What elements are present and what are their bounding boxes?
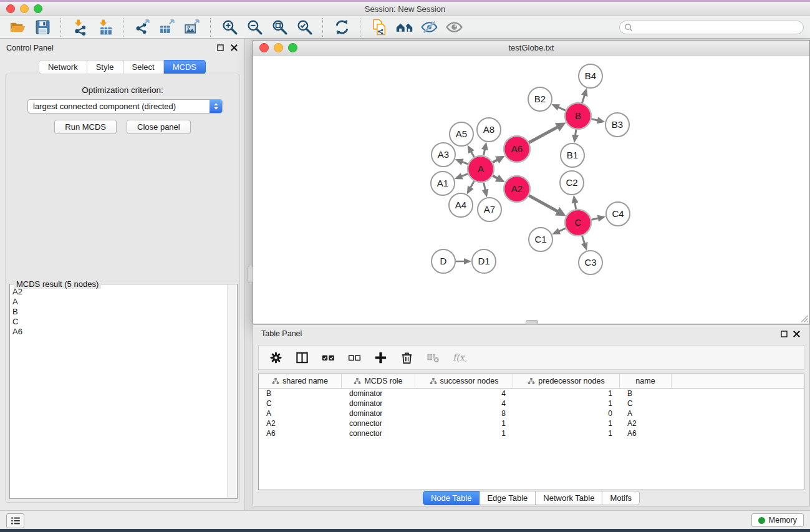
network-canvas[interactable]: AA6A2BCA1A3A4A5A7A8B1B2B3B4C1C2C3C4DD1 xyxy=(253,56,809,324)
search-icon xyxy=(624,23,633,32)
export-table-button[interactable] xyxy=(155,17,180,37)
tab-select[interactable]: Select xyxy=(123,60,164,74)
criterion-dropdown[interactable]: largest connected component (directed) xyxy=(27,99,223,114)
cell-name: B xyxy=(620,389,672,398)
select-all-button[interactable] xyxy=(316,347,340,367)
open-file-button[interactable] xyxy=(5,17,30,37)
tab-network[interactable]: Network xyxy=(39,60,87,74)
cell-predecessor-nodes: 0 xyxy=(513,409,620,418)
cell-successor-nodes: 1 xyxy=(415,419,513,428)
float-panel-icon[interactable] xyxy=(216,43,224,52)
export-network-button[interactable] xyxy=(130,17,155,37)
resize-grip-icon[interactable] xyxy=(800,314,809,323)
mcds-result-item[interactable]: A6 xyxy=(12,327,227,337)
mcds-result-item[interactable]: C xyxy=(12,317,227,327)
memory-button[interactable]: Memory xyxy=(751,513,804,527)
import-network-button[interactable] xyxy=(67,17,92,37)
import-table-button[interactable] xyxy=(92,17,117,37)
node-label-A: A xyxy=(478,163,484,174)
tab-network-table[interactable]: Network Table xyxy=(536,491,602,505)
control-panel-title: Control Panel xyxy=(6,44,54,52)
hide-panel-button[interactable] xyxy=(417,17,441,37)
svg-text:f(x): f(x) xyxy=(452,352,466,362)
zoom-out-icon xyxy=(246,19,263,36)
node-label-B3: B3 xyxy=(612,119,623,130)
search-box[interactable] xyxy=(619,21,804,34)
column-header-name[interactable]: name xyxy=(620,374,672,388)
import-network-icon xyxy=(72,19,89,36)
edge-A6-B[interactable] xyxy=(528,127,559,143)
mcds-result-item[interactable]: B xyxy=(12,307,227,317)
delete-table-button[interactable] xyxy=(421,347,445,367)
hierarchy-icon xyxy=(272,377,279,385)
tab-edge-table[interactable]: Edge Table xyxy=(480,491,536,505)
column-header-empty xyxy=(672,374,804,388)
mcds-result-item[interactable]: A2 xyxy=(12,287,227,297)
task-history-button[interactable] xyxy=(6,513,24,528)
optimization-criterion-label: Optimization criterion: xyxy=(6,85,239,95)
main-toolbar xyxy=(0,16,810,39)
save-session-icon xyxy=(34,19,51,36)
mcds-result-item[interactable]: A xyxy=(12,297,227,307)
tab-style[interactable]: Style xyxy=(87,60,123,74)
add-column-button[interactable] xyxy=(369,347,392,367)
arrowhead-icon xyxy=(481,142,488,151)
table-settings-button[interactable] xyxy=(264,347,287,367)
table-row[interactable]: A6connector11A6 xyxy=(259,428,804,438)
vertical-splitter-handle[interactable] xyxy=(248,266,253,283)
column-visibility-button[interactable] xyxy=(290,347,314,367)
search-input[interactable] xyxy=(635,21,803,34)
save-session-button[interactable] xyxy=(30,17,55,37)
table-row[interactable]: Adominator80A xyxy=(259,409,804,418)
network-window-title: testGlobe.txt xyxy=(253,43,809,52)
node-label-B: B xyxy=(575,110,581,121)
table-float-panel-icon[interactable] xyxy=(779,329,788,338)
node-label-C: C xyxy=(575,217,582,228)
apply-preferred-layout-button[interactable] xyxy=(329,17,354,37)
arrowhead-icon xyxy=(597,215,606,222)
export-image-button[interactable] xyxy=(180,17,205,37)
control-panel-tabs: NetworkStyleSelectMCDS xyxy=(0,60,244,74)
table-row[interactable]: Cdominator41C xyxy=(259,399,804,409)
cell-MCDS-role: connector xyxy=(342,429,415,438)
close-panel-button[interactable]: Close panel xyxy=(127,120,191,134)
mcds-result-box: MCDS result (5 nodes) A2ABCA6 xyxy=(9,284,238,499)
cell-shared-name: A xyxy=(259,409,342,418)
result-scrollbar[interactable] xyxy=(227,285,236,498)
deselect-all-button[interactable] xyxy=(342,347,366,367)
table-toolbar: f(x) xyxy=(258,345,804,370)
edge-A2-C[interactable] xyxy=(528,195,559,211)
close-panel-icon[interactable] xyxy=(229,43,238,52)
column-header-shared-name[interactable]: shared name xyxy=(259,374,342,388)
zoom-fit-button[interactable] xyxy=(267,17,292,37)
node-label-A1: A1 xyxy=(437,178,448,188)
show-panel-button[interactable] xyxy=(441,17,466,37)
delete-column-button[interactable] xyxy=(395,347,418,367)
column-header-MCDS-role[interactable]: MCDS role xyxy=(342,374,415,388)
cell-successor-nodes: 8 xyxy=(415,409,513,418)
mcds-result-list[interactable]: A2ABCA6 xyxy=(11,287,227,497)
column-label: successor nodes xyxy=(440,377,499,385)
apply-function-button[interactable]: f(x) xyxy=(447,347,471,367)
network-window-titlebar[interactable]: testGlobe.txt xyxy=(253,41,809,56)
run-mcds-button[interactable]: Run MCDS xyxy=(54,120,117,134)
open-network-file-button[interactable] xyxy=(367,17,392,37)
column-header-predecessor-nodes[interactable]: predecessor nodes xyxy=(513,374,620,388)
zoom-selected-button[interactable] xyxy=(292,17,317,37)
table-close-panel-icon[interactable] xyxy=(792,329,801,338)
zoom-in-button[interactable] xyxy=(217,17,242,37)
tab-motifs[interactable]: Motifs xyxy=(602,491,640,505)
zoom-out-button[interactable] xyxy=(242,17,267,37)
table-row[interactable]: A2connector11A2 xyxy=(259,418,804,428)
tab-node-table[interactable]: Node Table xyxy=(423,491,480,505)
cyndex-home-button[interactable] xyxy=(392,17,417,37)
zoom-selected-icon xyxy=(296,19,313,36)
node-label-B4: B4 xyxy=(585,70,596,81)
table-row[interactable]: Bdominator41B xyxy=(259,389,804,399)
column-header-successor-nodes[interactable]: successor nodes xyxy=(415,374,513,388)
show-panel-icon xyxy=(446,19,463,36)
cell-predecessor-nodes: 1 xyxy=(513,419,620,428)
node-label-D1: D1 xyxy=(478,256,489,266)
app-title: Session: New Session xyxy=(0,4,810,14)
tab-mcds[interactable]: MCDS xyxy=(164,60,206,74)
